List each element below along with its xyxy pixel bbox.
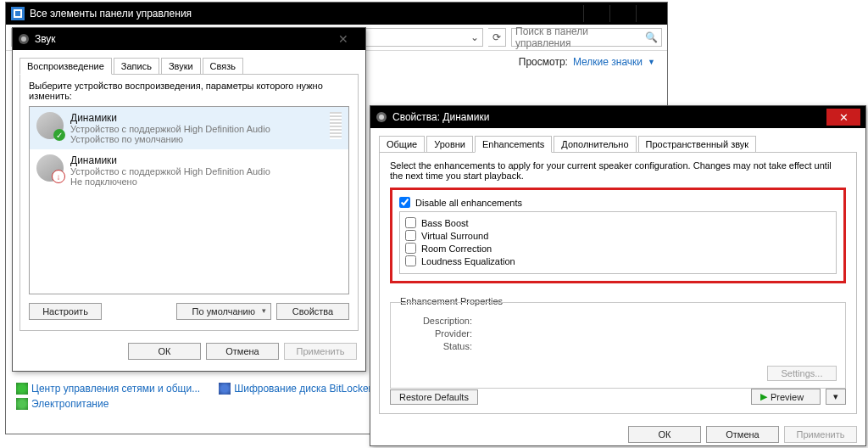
apply-button[interactable]: Применить xyxy=(284,343,357,360)
ok-button[interactable]: ОК xyxy=(128,343,201,360)
device-name: Динамики xyxy=(70,112,270,124)
close-button[interactable] xyxy=(636,5,662,22)
apply-button[interactable]: Применить xyxy=(784,426,857,443)
configure-button[interactable]: Настроить xyxy=(29,303,102,320)
refresh-button[interactable]: ⟳ xyxy=(488,28,506,47)
device-name: Динамики xyxy=(70,154,270,166)
highlighted-region: Disable all enhancements Bass Boost Virt… xyxy=(390,188,846,283)
close-button[interactable]: ✕ xyxy=(326,31,360,48)
provider-label: Provider: xyxy=(399,328,472,339)
speaker-properties-dialog: Свойства: Динамики ✕ Общие Уровни Enhanc… xyxy=(370,105,866,446)
link-bitlocker[interactable]: Шифрование диска BitLocker xyxy=(219,383,371,395)
preview-dropdown-button[interactable]: ▾ xyxy=(826,389,846,405)
properties-tabs: Общие Уровни Enhancements Дополнительно … xyxy=(379,136,857,153)
enh-bass-boost[interactable]: Bass Boost xyxy=(405,217,831,228)
set-default-button[interactable]: По умолчанию xyxy=(176,303,271,320)
sound-dialog: Звук ✕ Воспроизведение Запись Звуки Связ… xyxy=(12,27,366,372)
tab-playback[interactable]: Воспроизведение xyxy=(19,58,112,75)
play-icon: ▶ xyxy=(760,391,767,402)
svg-point-4 xyxy=(21,36,26,42)
sound-title: Звук xyxy=(35,33,56,45)
tab-recording[interactable]: Запись xyxy=(114,58,159,74)
preview-button[interactable]: ▶ Preview xyxy=(751,389,821,405)
enhancements-list: Bass Boost Virtual Surround Room Correct… xyxy=(399,211,837,274)
chevron-down-icon: ⌄ xyxy=(470,31,482,43)
chevron-down-icon: ▼ xyxy=(648,58,655,66)
svg-rect-2 xyxy=(15,11,20,16)
search-icon: 🔍 xyxy=(645,31,661,43)
settings-button[interactable]: Settings... xyxy=(767,366,837,381)
tab-spatial-sound[interactable]: Пространственный звук xyxy=(638,136,757,152)
maximize-button[interactable] xyxy=(609,5,636,22)
enh-loudness-eq[interactable]: Loudness Equalization xyxy=(405,255,831,266)
enhancements-panel: Select the enhancements to apply for you… xyxy=(379,152,857,414)
desc-label: Description: xyxy=(399,316,472,326)
tab-levels[interactable]: Уровни xyxy=(426,136,473,152)
enh-room-correction[interactable]: Room Correction xyxy=(405,243,831,254)
device-list[interactable]: ✓ Динамики Устройство с поддержкой High … xyxy=(29,106,349,294)
status-disconnected-icon xyxy=(52,170,65,183)
view-value[interactable]: Мелкие значки xyxy=(573,56,643,68)
sound-tabs: Воспроизведение Запись Звуки Связь xyxy=(19,58,359,75)
link-network-center[interactable]: Центр управления сетями и общи... xyxy=(16,383,200,395)
cancel-button[interactable]: Отмена xyxy=(206,343,279,360)
enh-virtual-surround[interactable]: Virtual Surround xyxy=(405,230,831,241)
device-sub: Устройство с поддержкой High Definition … xyxy=(70,124,270,134)
power-icon xyxy=(16,398,28,410)
speaker-icon xyxy=(18,33,30,45)
device-row[interactable]: ✓ Динамики Устройство с поддержкой High … xyxy=(30,107,348,149)
tab-general[interactable]: Общие xyxy=(379,136,425,152)
properties-button[interactable]: Свойства xyxy=(276,303,349,320)
speaker-icon xyxy=(36,154,64,182)
restore-defaults-button[interactable]: Restore Defaults xyxy=(390,389,478,405)
device-row[interactable]: Динамики Устройство с поддержкой High De… xyxy=(30,149,348,192)
device-sub: Устройство с поддержкой High Definition … xyxy=(70,166,270,176)
search-placeholder: Поиск в панели управления xyxy=(515,25,645,49)
control-panel-icon xyxy=(11,7,25,20)
tab-enhancements[interactable]: Enhancements xyxy=(475,136,552,153)
enhancements-instruction: Select the enhancements to apply for you… xyxy=(390,160,846,181)
device-status: Устройство по умолчанию xyxy=(70,134,270,144)
view-label: Просмотр: xyxy=(519,56,568,68)
control-panel-titlebar[interactable]: Все элементы панели управления xyxy=(6,3,667,25)
playback-panel: Выберите устройство воспроизведения, пар… xyxy=(19,74,359,331)
tab-advanced[interactable]: Дополнительно xyxy=(554,136,636,152)
enhancement-properties-group: Enhancement Properties Description: Prov… xyxy=(390,290,846,389)
status-label: Status: xyxy=(399,341,472,351)
minimize-button[interactable] xyxy=(583,5,609,22)
device-status: Не подключено xyxy=(70,176,270,187)
level-meter xyxy=(330,112,342,139)
properties-title: Свойства: Динамики xyxy=(392,111,489,123)
close-button[interactable]: ✕ xyxy=(826,109,860,126)
window-caption-buttons xyxy=(583,5,662,22)
sound-footer: ОК Отмена Применить xyxy=(13,338,365,365)
speaker-icon: ✓ xyxy=(36,112,64,139)
tab-communications[interactable]: Связь xyxy=(203,58,243,74)
status-ok-icon: ✓ xyxy=(53,129,65,141)
svg-point-6 xyxy=(379,115,384,120)
control-panel-title: Все элементы панели управления xyxy=(30,8,192,20)
disable-all-checkbox[interactable]: Disable all enhancements xyxy=(399,197,837,208)
ok-button[interactable]: ОК xyxy=(628,426,701,443)
sound-titlebar[interactable]: Звук ✕ xyxy=(13,28,365,50)
speaker-icon xyxy=(376,111,387,123)
tab-sounds[interactable]: Звуки xyxy=(161,58,201,74)
properties-titlebar[interactable]: Свойства: Динамики ✕ xyxy=(370,106,865,128)
search-input[interactable]: Поиск в панели управления 🔍 xyxy=(511,28,662,47)
cancel-button[interactable]: Отмена xyxy=(706,426,779,443)
bitlocker-icon xyxy=(219,383,231,395)
network-icon xyxy=(16,383,28,395)
properties-footer: ОК Отмена Применить xyxy=(370,421,865,448)
playback-hint: Выберите устройство воспроизведения, пар… xyxy=(29,81,349,101)
checkbox-input[interactable] xyxy=(399,197,410,208)
